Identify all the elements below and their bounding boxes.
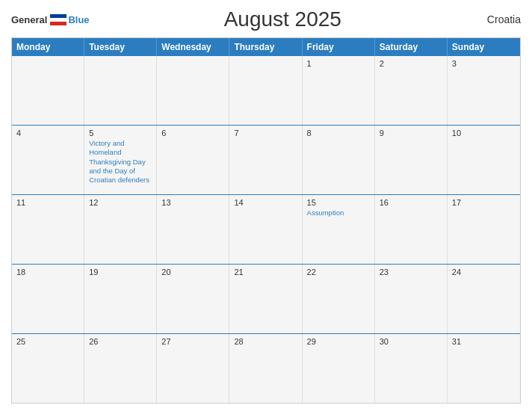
week4-thu: 21 — [229, 265, 302, 333]
calendar: Monday Tuesday Wednesday Thursday Friday… — [11, 37, 521, 404]
week-5: 25 26 27 28 29 30 31 — [12, 334, 520, 403]
day-5: 5 — [89, 129, 152, 137]
day-21: 21 — [234, 268, 297, 276]
week4-fri: 22 — [303, 265, 375, 333]
week5-wed: 27 — [157, 334, 229, 403]
event-assumption: Assumption — [307, 208, 370, 217]
day-2: 2 — [380, 59, 442, 68]
week4-mon: 18 — [12, 265, 84, 333]
header-monday: Monday — [12, 38, 84, 56]
day-3: 3 — [452, 59, 516, 68]
week5-mon: 25 — [12, 334, 84, 403]
week5-tue: 26 — [84, 334, 157, 403]
svg-rect-2 — [50, 22, 66, 25]
logo-flag-icon — [50, 14, 66, 25]
event-victory-day: Victory and Homeland Thanksgiving Day an… — [89, 139, 152, 185]
day-14: 14 — [234, 198, 297, 207]
day-12: 12 — [89, 198, 152, 207]
day-8: 8 — [307, 129, 370, 137]
week2-sun: 10 — [448, 126, 520, 194]
day-13: 13 — [161, 198, 224, 207]
day-18: 18 — [16, 268, 79, 276]
svg-rect-1 — [50, 18, 66, 22]
day-29: 29 — [307, 337, 370, 346]
day-20: 20 — [161, 268, 224, 276]
svg-rect-0 — [50, 14, 66, 18]
day-19: 19 — [89, 268, 152, 276]
page-title: August 2025 — [90, 7, 476, 31]
day-24: 24 — [452, 268, 516, 276]
week4-sat: 23 — [375, 265, 448, 333]
page: General Blue August 2025 Croatia Monday … — [0, 0, 532, 411]
day-11: 11 — [16, 198, 79, 207]
header: General Blue August 2025 Croatia — [11, 7, 521, 31]
week5-sat: 30 — [375, 334, 448, 403]
day-30: 30 — [380, 337, 442, 346]
week1-mon — [12, 56, 84, 125]
week4-wed: 20 — [157, 265, 229, 333]
week5-sun: 31 — [448, 334, 520, 403]
calendar-body: 1 2 3 4 5 Victory and Homeland Thanksgiv… — [12, 56, 520, 403]
week3-mon: 11 — [12, 195, 84, 264]
week5-fri: 29 — [303, 334, 375, 403]
day-1: 1 — [307, 59, 370, 68]
week2-fri: 8 — [303, 126, 375, 194]
week3-tue: 12 — [84, 195, 157, 264]
week-3: 11 12 13 14 15 Assumption 16 — [12, 195, 520, 265]
week2-wed: 6 — [157, 126, 229, 194]
day-25: 25 — [16, 337, 79, 346]
day-23: 23 — [380, 268, 442, 276]
calendar-header-row: Monday Tuesday Wednesday Thursday Friday… — [12, 38, 520, 56]
week-4: 18 19 20 21 22 23 24 — [12, 265, 520, 334]
header-thursday: Thursday — [229, 38, 302, 56]
week3-wed: 13 — [157, 195, 229, 264]
week3-sun: 17 — [448, 195, 520, 264]
day-4: 4 — [16, 129, 79, 137]
day-16: 16 — [380, 198, 442, 207]
day-6: 6 — [161, 129, 224, 137]
day-31: 31 — [452, 337, 516, 346]
week-1: 1 2 3 — [12, 56, 520, 126]
week2-thu: 7 — [229, 126, 302, 194]
week3-sat: 16 — [375, 195, 448, 264]
week1-sat: 2 — [375, 56, 448, 125]
header-wednesday: Wednesday — [157, 38, 229, 56]
day-15: 15 — [307, 198, 370, 207]
week1-sun: 3 — [448, 56, 520, 125]
day-17: 17 — [452, 198, 516, 207]
week-2: 4 5 Victory and Homeland Thanksgiving Da… — [12, 126, 520, 195]
week1-fri: 1 — [303, 56, 375, 125]
week3-thu: 14 — [229, 195, 302, 264]
day-7: 7 — [234, 129, 297, 137]
week4-sun: 24 — [448, 265, 520, 333]
week5-thu: 28 — [229, 334, 302, 403]
week4-tue: 19 — [84, 265, 157, 333]
country-label: Croatia — [476, 13, 521, 25]
header-tuesday: Tuesday — [84, 38, 157, 56]
week3-fri: 15 Assumption — [303, 195, 375, 264]
day-22: 22 — [307, 268, 370, 276]
header-sunday: Sunday — [448, 38, 520, 56]
day-9: 9 — [380, 129, 442, 137]
header-saturday: Saturday — [375, 38, 448, 56]
logo-blue-text: Blue — [68, 14, 89, 25]
week1-thu — [229, 56, 302, 125]
logo: General Blue — [11, 14, 90, 25]
day-28: 28 — [234, 337, 297, 346]
week2-mon: 4 — [12, 126, 84, 194]
logo-general-text: General — [11, 14, 47, 25]
day-27: 27 — [161, 337, 224, 346]
week2-sat: 9 — [375, 126, 448, 194]
week2-tue: 5 Victory and Homeland Thanksgiving Day … — [84, 126, 157, 194]
day-26: 26 — [89, 337, 152, 346]
week1-wed — [157, 56, 229, 125]
header-friday: Friday — [303, 38, 375, 56]
week1-tue — [84, 56, 157, 125]
day-10: 10 — [452, 129, 516, 137]
